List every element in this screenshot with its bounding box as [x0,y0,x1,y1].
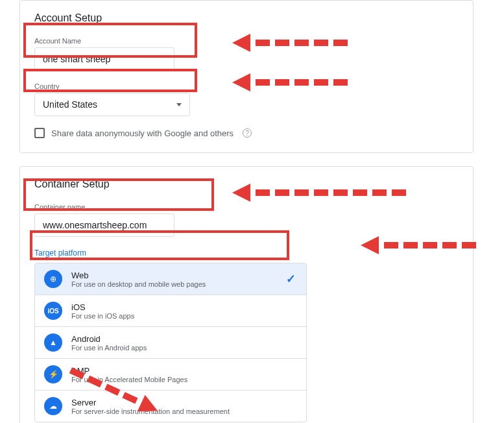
platform-item-server[interactable]: ☁ServerFor server-side instrumentation a… [35,391,306,422]
platform-desc: For use in Android apps [71,344,147,352]
platform-desc: For use on desktop and mobile web pages [71,280,206,288]
account-name-label: Account Name [34,37,459,45]
platform-desc: For use in Accelerated Mobile Pages [71,376,187,383]
share-data-label: Share data anonymously with Google and o… [51,128,234,138]
target-platform-list: ⊕WebFor use on desktop and mobile web pa… [34,263,307,422]
share-data-checkbox[interactable] [34,128,45,138]
account-name-group: Account Name [34,37,459,71]
platform-name: AMP [71,366,187,376]
platform-desc: For use in iOS apps [71,312,134,320]
amp-icon: ⚡ [44,365,62,383]
share-data-row: Share data anonymously with Google and o… [34,128,459,138]
platform-item-android[interactable]: ▲AndroidFor use in Android apps [35,327,306,359]
platform-name: Web [71,271,206,280]
target-platform-label: Target platform [34,248,459,258]
android-icon: ▲ [44,333,62,352]
country-value: United States [43,99,97,110]
account-setup-card: Account Setup Account Name Country Unite… [19,0,474,153]
platform-name: Android [71,334,147,344]
country-select[interactable]: United States [34,93,190,116]
container-setup-title: Container Setup [34,178,459,190]
web-icon: ⊕ [44,270,62,288]
chevron-down-icon [176,103,182,106]
container-name-label: Container name [34,203,459,211]
platform-item-web[interactable]: ⊕WebFor use on desktop and mobile web pa… [35,263,306,295]
country-group: Country United States [34,82,459,116]
account-name-input[interactable] [34,47,174,71]
ios-icon: iOS [44,302,62,320]
platform-item-ios[interactable]: iOSiOSFor use in iOS apps [35,295,306,327]
platform-name: Server [71,398,230,407]
platform-item-amp[interactable]: ⚡AMPFor use in Accelerated Mobile Pages [35,359,306,391]
container-name-group: Container name [34,203,459,237]
account-setup-title: Account Setup [34,12,459,24]
platform-desc: For server-side instrumentation and meas… [71,407,230,415]
help-icon[interactable]: ? [243,128,252,138]
platform-name: iOS [71,302,134,312]
server-icon: ☁ [44,397,62,415]
container-setup-card: Container Setup Container name Target pl… [19,166,474,423]
country-label: Country [34,82,459,90]
check-icon: ✓ [286,272,296,286]
container-name-input[interactable] [34,213,174,237]
